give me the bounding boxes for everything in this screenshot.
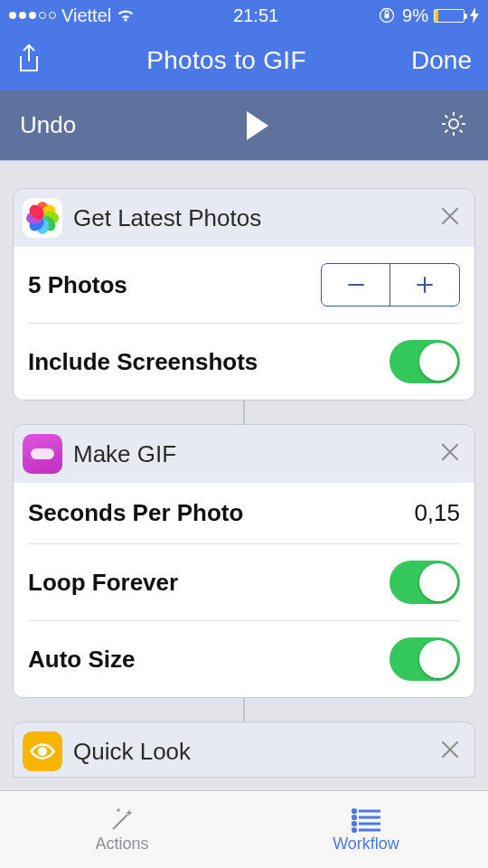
card-title: Make GIF <box>73 440 438 468</box>
action-card-make-gif[interactable]: Make GIF Seconds Per Photo 0,15 Loop For… <box>13 424 475 698</box>
done-button[interactable]: Done <box>411 46 472 75</box>
wifi-icon <box>117 8 135 23</box>
loop-forever-toggle[interactable] <box>389 561 460 604</box>
tab-workflow[interactable]: Workflow <box>244 791 488 868</box>
card-title: Get Latest Photos <box>73 204 438 232</box>
stepper-plus-button[interactable] <box>390 264 459 306</box>
status-bar: Viettel 21:51 9% <box>0 0 488 31</box>
close-icon <box>438 204 462 228</box>
include-screenshots-toggle[interactable] <box>389 340 460 383</box>
svg-rect-1 <box>385 14 389 18</box>
include-screenshots-label: Include Screenshots <box>28 348 258 376</box>
settings-button[interactable] <box>439 109 468 142</box>
card-connector <box>243 401 245 424</box>
card-close-button[interactable] <box>438 440 462 467</box>
quick-look-icon <box>23 731 62 771</box>
stepper-minus-button[interactable] <box>322 264 390 306</box>
play-icon <box>247 111 268 140</box>
loop-forever-label: Loop Forever <box>28 569 178 597</box>
auto-size-label: Auto Size <box>28 646 135 674</box>
tab-label: Actions <box>95 835 148 854</box>
action-card-quick-look[interactable]: Quick Look <box>13 722 475 778</box>
workflow-canvas[interactable]: Get Latest Photos 5 Photos Include Scree… <box>0 161 488 790</box>
battery-pct: 9% <box>402 5 428 26</box>
photo-count-label: 5 Photos <box>28 271 127 299</box>
close-icon <box>438 738 462 761</box>
clock: 21:51 <box>233 5 278 26</box>
wand-icon <box>106 806 138 833</box>
photos-app-icon <box>23 198 62 238</box>
close-icon <box>438 440 462 464</box>
tab-bar: Actions Workflow <box>0 790 488 868</box>
signal-dots <box>9 12 56 19</box>
card-connector <box>243 698 245 722</box>
card-close-button[interactable] <box>438 204 462 231</box>
svg-point-6 <box>352 816 355 818</box>
gear-icon <box>439 109 468 138</box>
svg-point-10 <box>352 828 355 831</box>
card-title: Quick Look <box>73 738 438 766</box>
card-close-button[interactable] <box>438 738 462 765</box>
undo-button[interactable]: Undo <box>20 111 76 139</box>
list-icon <box>350 806 382 833</box>
svg-point-8 <box>352 822 355 825</box>
battery-icon <box>434 9 465 23</box>
svg-point-3 <box>39 748 46 755</box>
charging-bolt-icon <box>470 7 479 24</box>
rotation-lock-icon <box>377 5 397 25</box>
action-card-get-latest-photos[interactable]: Get Latest Photos 5 Photos Include Scree… <box>13 188 475 401</box>
share-button[interactable] <box>16 43 42 78</box>
nav-bar: Photos to GIF Done <box>0 31 488 90</box>
editor-toolbar: Undo <box>0 90 488 161</box>
page-title: Photos to GIF <box>146 46 306 75</box>
gif-action-icon <box>23 434 62 474</box>
photo-count-stepper <box>321 263 460 307</box>
tab-label: Workflow <box>333 835 399 854</box>
carrier-label: Viettel <box>61 5 111 26</box>
svg-point-2 <box>449 119 458 128</box>
tab-actions[interactable]: Actions <box>0 791 244 868</box>
auto-size-toggle[interactable] <box>389 637 460 681</box>
play-button[interactable] <box>247 111 268 140</box>
svg-point-4 <box>352 809 355 812</box>
seconds-per-photo-label: Seconds Per Photo <box>28 499 243 527</box>
seconds-per-photo-value[interactable]: 0,15 <box>414 499 460 527</box>
